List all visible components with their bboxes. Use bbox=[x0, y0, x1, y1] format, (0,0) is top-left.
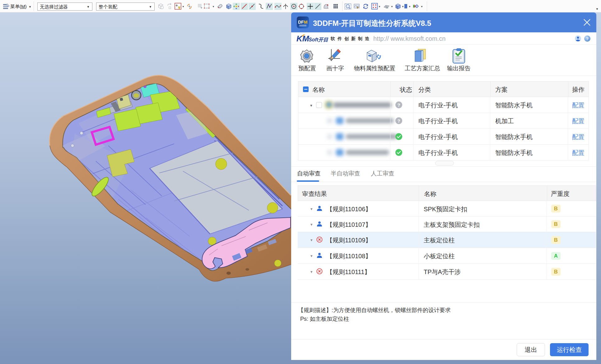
svg-text:?: ? bbox=[586, 36, 589, 41]
svg-text:Soft开目: Soft开目 bbox=[309, 37, 328, 42]
